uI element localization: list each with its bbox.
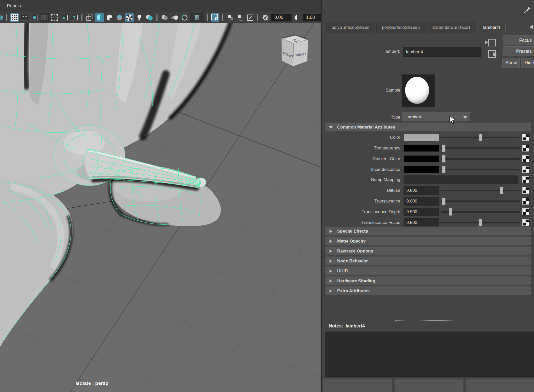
slider-thumb[interactable] [479,219,482,226]
transparency-swatch[interactable] [404,145,439,152]
multisample-icon[interactable] [180,13,189,22]
tab-polysurface5shape[interactable]: polySurface5Shape [326,22,375,33]
slider-thumb[interactable] [442,155,445,162]
ambient-color-swatch[interactable] [404,155,439,162]
motion-blur-icon[interactable] [170,13,179,22]
smooth-shade-icon[interactable] [95,13,104,22]
section-title: Special Effects [337,227,368,236]
isolate-select-icon[interactable] [211,13,219,22]
hide-button[interactable]: Hide [521,58,534,68]
resolution-gate-icon[interactable] [30,13,39,22]
field-chart-icon[interactable] [50,13,59,22]
section-extra-attributes[interactable]: Extra Attributes [325,286,531,295]
film-gate-icon[interactable] [20,13,29,22]
translucence-focus-slider[interactable] [441,219,520,226]
isolate-draw-icon[interactable] [246,13,254,22]
diffuse-input[interactable]: 0.800 [404,186,439,195]
notes-textarea[interactable] [325,332,534,377]
use-default-material-icon[interactable] [115,13,124,22]
translucence-depth-input[interactable]: 0.500 [404,208,439,216]
maya-window: { "colors": { "highlight_blue": "#4c7f9e… [0,0,534,392]
show-button[interactable]: Show [502,58,520,68]
bookmark-icon[interactable] [1,13,4,22]
focus-button[interactable]: Focus [503,35,534,45]
grid-icon[interactable] [10,13,19,22]
texture-map-button[interactable] [522,155,529,162]
translucence-depth-slider[interactable] [441,208,520,216]
copy-tab-button[interactable] [466,378,534,392]
isolate-remove-icon[interactable] [236,13,245,22]
incandescence-slider[interactable] [441,166,520,173]
material-type-dropdown[interactable]: Lambert [402,112,470,121]
select-button[interactable] [323,378,392,392]
presets-button[interactable]: Presets [503,46,534,56]
ambient-color-slider[interactable] [441,155,520,163]
safe-title-icon[interactable] [70,13,79,22]
depth-of-field-icon[interactable] [190,13,204,22]
texture-map-button[interactable] [522,145,529,151]
lighting-icon[interactable] [135,13,144,22]
panel-resize-divider[interactable] [321,0,322,392]
input-connection-icon[interactable] [488,39,496,46]
textured-sphere-icon[interactable] [105,13,114,22]
translucence-input[interactable]: 0.000 [404,197,439,206]
tab-aistandardsurface1[interactable]: aiStandardSurface1 [427,22,476,33]
bump-mapping-input[interactable] [404,175,518,184]
pin-icon[interactable] [524,6,532,14]
slider-thumb[interactable] [442,166,445,173]
occlusion-icon[interactable] [160,13,169,22]
transparency-slider[interactable] [441,144,520,152]
material-sample-swatch[interactable] [402,74,435,107]
isolate-add-icon[interactable] [226,13,235,22]
section-node-behavior[interactable]: Node Behavior [325,256,531,265]
tab-label: polySurfaceShape5 [382,25,420,30]
material-name-input[interactable]: lambert4 [403,47,481,57]
output-connection-icon[interactable] [488,50,496,58]
slider-thumb[interactable] [449,208,452,216]
panels-menu[interactable]: Panels [0,3,21,9]
attr-row-translucence: Translucence 0.000 [322,197,532,205]
viewport-3d-view[interactable]: TOP FRONT RIGHT [0,23,321,392]
attribute-editor-panel: polySurface5ShapepolySurfaceShape5aiStan… [322,0,534,392]
slider-thumb[interactable] [442,198,445,205]
section-raytrace-options[interactable]: Raytrace Options [325,246,531,256]
slider-thumb[interactable] [479,134,482,141]
slider-thumb[interactable] [500,187,503,194]
texture-map-button[interactable] [522,166,529,173]
tab-scroll-left-icon[interactable] [530,24,533,30]
section-common-material-attributes[interactable]: Common Material Attributes [325,122,531,132]
safe-action-icon[interactable] [60,13,69,22]
exposure-icon[interactable] [261,13,270,22]
texture-map-button[interactable] [522,187,529,194]
wireframe-cube-icon[interactable] [85,13,94,22]
section-special-effects[interactable]: Special Effects [325,226,531,236]
slider-thumb[interactable] [442,145,445,152]
exposure-field[interactable]: 0.00 [271,14,292,21]
gate-mask-icon[interactable] [40,13,49,22]
tab-lambert4[interactable]: lambert4 [478,22,506,33]
texture-map-button[interactable] [522,198,529,205]
texture-map-button[interactable] [522,219,529,226]
translucence-focus-input[interactable]: 0.500 [404,218,439,227]
incandescence-swatch[interactable] [404,166,439,173]
texture-map-button[interactable] [522,176,529,183]
diffuse-slider[interactable] [441,187,520,194]
shadows-icon[interactable] [145,13,154,22]
translucence-slider[interactable] [441,197,520,205]
section-matte-opacity[interactable]: Matte Opacity [325,236,531,246]
wireframe-on-shaded-icon[interactable] [125,13,134,22]
view-cube[interactable]: TOP FRONT RIGHT [282,35,308,66]
tab-polysurfaceshape5[interactable]: polySurfaceShape5 [376,22,425,33]
color-swatch[interactable] [404,134,439,141]
contrast-icon[interactable] [293,13,301,22]
section-uuid[interactable]: UUID [325,266,531,275]
collapsed-sections: Special Effects Matte Opacity Raytrace O… [325,226,531,295]
section-hardware-shading[interactable]: Hardware Shading [325,276,531,285]
gamma-field[interactable]: 1.00 [303,14,321,21]
color-slider[interactable] [441,134,520,141]
notes-resize-handle[interactable] [395,320,466,321]
load-attributes-button[interactable] [394,378,464,392]
texture-map-button[interactable] [522,208,529,215]
toolbar-separator [257,14,258,21]
texture-map-button[interactable] [522,134,529,141]
